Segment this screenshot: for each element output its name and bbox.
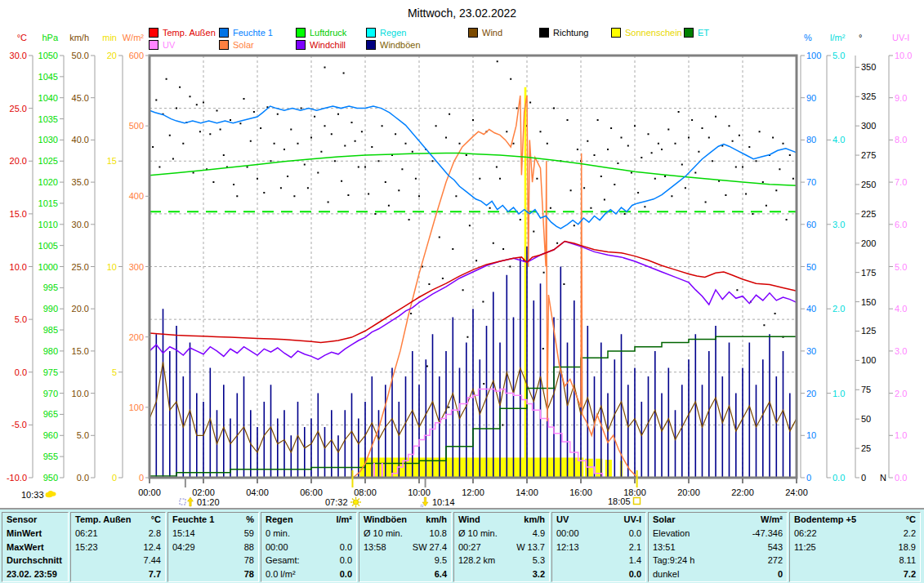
table-cell-value: °C	[151, 513, 161, 527]
legend-item-windchill: Windchill	[296, 39, 346, 50]
legend-item-windb-en: Windböen	[366, 39, 421, 50]
table-cell-label: 00:27	[458, 541, 481, 554]
table-cell-label: 00:00	[556, 527, 579, 541]
table-cell-label: Tag:9:24 h	[653, 554, 694, 567]
legend-swatch-icon	[149, 40, 158, 50]
table-row: 12:132.1	[552, 541, 645, 554]
axis-tick-label: 400	[129, 191, 144, 201]
axis-tick-label: 275	[861, 150, 876, 160]
table-column-bodentemp-5: Bodentemp +5°C06:222.211:2518.98.117.2	[789, 512, 921, 582]
axis-tick-label: 5.0	[15, 314, 27, 324]
axis-tick-label: 9.0	[895, 93, 907, 103]
summary-table: SensorMinWertMaxWertDurchschnitt23.02. 2…	[0, 508, 924, 583]
table-row: Ø 10 min.10.8	[359, 527, 451, 541]
legend-label: Richtung	[553, 28, 588, 38]
table-cell-value: 88	[244, 541, 254, 554]
legend-label: Sonnenschein	[625, 28, 682, 38]
axis-unit-label: l/m²	[830, 33, 846, 42]
axis-tick-label: 75	[861, 385, 871, 394]
axis-tick-label: 8.0	[895, 135, 907, 145]
x-axis-label: 22:00	[731, 487, 754, 497]
table-cell-value: 78	[244, 554, 254, 567]
annotation-time-label: 10:14	[432, 497, 455, 507]
axis-tick-label: 0.0	[895, 473, 907, 483]
table-cell-label: 11:25	[794, 541, 816, 554]
table-cell-value: 1.4	[629, 554, 641, 567]
table-cell-label: Sensor	[7, 513, 37, 527]
axis-unit-label: hPa	[42, 33, 58, 42]
axis-tick-label: 50.0	[72, 51, 89, 60]
table-cell-value: 0	[778, 567, 783, 581]
axis-tick-label: 350	[861, 62, 876, 72]
axis-tick-label: 35.0	[72, 177, 89, 187]
legend-swatch-icon	[611, 28, 621, 38]
table-row: 13:58SW 27.4	[359, 541, 451, 554]
table-cell-label: Bodentemp +5	[794, 513, 856, 527]
axis-tick-label: 20.0	[72, 304, 89, 314]
table-cell-value: 7.44	[144, 554, 161, 567]
table-cell-value: 2.1	[629, 541, 641, 554]
axis-tick-label: -5.0	[11, 420, 27, 429]
axis-tick-label: 0	[861, 473, 866, 483]
table-cell-value: 0.0	[340, 554, 352, 567]
legend-swatch-icon	[296, 40, 306, 50]
axis-tick-label: 20	[806, 389, 816, 398]
legend-item-regen: Regen	[366, 27, 406, 38]
legend-label: Feuchte 1	[233, 28, 273, 38]
axis-tick-label: 30.0	[72, 220, 89, 229]
table-row: 0 min.	[261, 527, 356, 541]
table-row: 3.2	[454, 567, 549, 581]
table-cell-label: 15:23	[75, 541, 98, 554]
legend-item-luftdruck: Luftdruck	[296, 27, 346, 38]
table-cell-value: SW 27.4	[413, 541, 447, 554]
axis-tick-label: 960	[43, 430, 58, 440]
table-row: Sensor	[2, 513, 68, 527]
table-cell-value: UV-I	[624, 513, 641, 527]
axis-unit-label: min	[102, 33, 117, 42]
axis-tick-label: 25.0	[72, 262, 89, 272]
axis-tick-label: 1045	[38, 72, 58, 82]
table-row: Bodentemp +5°C	[790, 513, 920, 527]
axis-unit-label: °C	[17, 33, 27, 42]
table-cell-label: 04:29	[172, 541, 195, 554]
table-row: 23.02. 23:59	[2, 567, 68, 581]
axis-tick-label: 90	[806, 93, 816, 103]
table-cell-value: -47.346	[752, 527, 783, 541]
annotation-sunset: 18:05	[608, 496, 644, 506]
axis-tick-label: 1.0	[832, 389, 845, 398]
x-axis-label: 00:00	[138, 487, 161, 497]
axis-tick-label: 5.0	[77, 430, 89, 440]
table-row: 7.2	[790, 567, 920, 581]
table-row: UVUV-I	[552, 513, 645, 527]
table-cell-label: Temp. Außen	[75, 513, 131, 527]
table-row: MinWert	[2, 527, 68, 541]
axis-tick-label: 10	[806, 430, 816, 440]
axis-tick-label: 125	[861, 326, 876, 336]
axis-tick-label: 225	[861, 209, 876, 219]
table-cell-label: Gesamt:	[266, 554, 300, 567]
table-cell-label: MaxWert	[7, 541, 44, 554]
x-axis-label: 24:00	[785, 487, 808, 497]
axis-tick-label: 2.0	[832, 304, 845, 314]
axis-tick-label: 6.0	[895, 220, 907, 229]
axis-tick-label: 25.0	[10, 104, 27, 113]
axis-tick-label: 0	[112, 473, 117, 483]
axis-tick-label: 955	[43, 452, 58, 461]
axis-tick-label: 175	[861, 268, 876, 278]
table-cell-label: 06:21	[75, 527, 98, 541]
table-row: 9.5	[359, 554, 451, 567]
table-cell-value: 7.7	[149, 567, 161, 581]
table-cell-value: 0.0	[629, 567, 641, 581]
x-axis-label: 04:00	[246, 487, 269, 497]
axis-tick-label: 60	[806, 220, 816, 229]
table-row: Windböenkm/h	[359, 513, 451, 527]
axis-unit-label: °	[859, 33, 862, 42]
axis-tick-label: 4.0	[895, 304, 907, 314]
table-row: 0.0	[552, 567, 645, 581]
axis-tick-label: 50	[806, 262, 816, 272]
axis-tick-label: 30	[806, 346, 816, 356]
annotation-moonset: 10:14	[418, 496, 455, 507]
legend-label: Luftdruck	[310, 28, 346, 38]
axis-tick-label: 970	[43, 389, 58, 398]
axis-tick-label: 950	[43, 473, 58, 483]
